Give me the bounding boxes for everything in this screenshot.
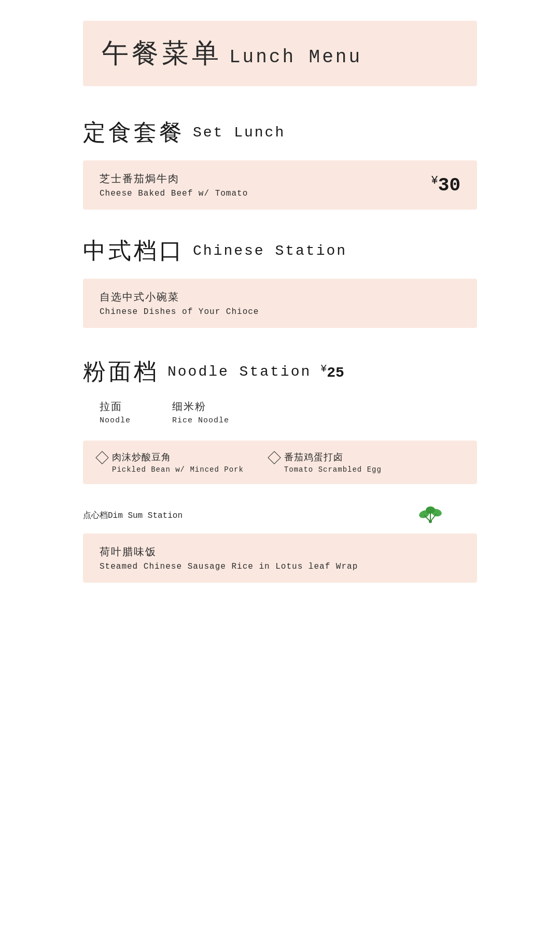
dim-sum-item-en: Steamed Chinese Sausage Rice in Lotus le… [100,562,460,571]
noodle-options: 拉面 Noodle 细米粉 Rice Noodle [100,400,460,425]
set-lunch-item-zh: 芝士番茄焗牛肉 [100,172,248,186]
topping-text-2: 番茄鸡蛋打卤 Tomato Scrambled Egg [284,451,382,474]
header-banner: 午餐菜单Lunch Menu [83,21,477,86]
diamond-icon-1 [95,451,108,464]
set-lunch-heading: 定食套餐 Set Lunch [83,117,477,148]
yen-symbol: ¥ [431,174,438,187]
chinese-station-en: Chinese Station [193,243,347,259]
chinese-station-item-zh: 自选中式小碗菜 [100,290,460,304]
noodle-station-heading: 粉面档 Noodle Station ¥25 [83,356,477,387]
topping-2-en: Tomato Scrambled Egg [284,465,382,474]
noodle-price-badge: ¥25 [320,363,344,381]
chinese-station-item-en: Chinese Dishes of Your Chioce [100,307,460,317]
topping-1-en: Pickled Bean w/ Minced Pork [112,465,244,474]
noodle-station-en: Noodle Station [167,364,311,380]
chinese-station-card: 自选中式小碗菜 Chinese Dishes of Your Chioce [83,279,477,328]
set-lunch-zh: 定食套餐 [83,117,185,148]
topping-1-zh: 肉沫炒酸豆角 [112,451,244,463]
dim-sum-item-zh: 荷叶腊味饭 [100,545,460,559]
noodle-station-section: 粉面档 Noodle Station ¥25 拉面 Noodle 细米粉 Ric… [83,356,477,484]
set-lunch-item-en: Cheese Baked Beef w/ Tomato [100,189,248,198]
noodle-station-zh: 粉面档 [83,356,159,387]
topping-card: 肉沫炒酸豆角 Pickled Bean w/ Minced Pork 番茄鸡蛋打… [83,441,477,484]
chinese-station-section: 中式档口 Chinese Station 自选中式小碗菜 Chinese Dis… [83,236,477,328]
topping-text-1: 肉沫炒酸豆角 Pickled Bean w/ Minced Pork [112,451,244,474]
set-lunch-card: 芝士番茄焗牛肉 Cheese Baked Beef w/ Tomato ¥30 [83,160,477,210]
noodle-rice-en: Rice Noodle [172,416,229,425]
dim-sum-zh: 点心档 [83,510,108,521]
chinese-station-heading: 中式档口 Chinese Station [83,236,477,266]
diamond-icon-2 [268,451,281,464]
chinese-station-zh: 中式档口 [83,236,185,266]
noodle-option-rice: 细米粉 Rice Noodle [172,400,229,425]
set-lunch-price: ¥30 [431,174,460,196]
noodle-rice-zh: 细米粉 [172,400,229,414]
set-lunch-price-value: 30 [438,175,460,196]
noodle-ramen-zh: 拉面 [100,400,131,414]
dim-sum-en: Dim Sum Station [108,511,183,520]
set-lunch-item-text: 芝士番茄焗牛肉 Cheese Baked Beef w/ Tomato [100,172,248,198]
dim-sum-card: 荷叶腊味饭 Steamed Chinese Sausage Rice in Lo… [83,533,477,583]
lotus-icon [415,495,446,528]
set-lunch-section: 定食套餐 Set Lunch 芝士番茄焗牛肉 Cheese Baked Beef… [83,117,477,210]
header-title-zh: 午餐菜单 [102,40,222,71]
topping-2-zh: 番茄鸡蛋打卤 [284,451,382,463]
dim-sum-section: 点心档 Dim Sum Station 荷叶腊味饭 Steamed Chines… [83,510,477,583]
set-lunch-item: 芝士番茄焗牛肉 Cheese Baked Beef w/ Tomato ¥30 [100,172,460,198]
noodle-ramen-en: Noodle [100,416,131,425]
noodle-yen: ¥ [320,363,327,375]
header-title-en: Lunch Menu [229,47,362,68]
noodle-price-value: 25 [327,365,344,381]
noodle-option-ramen: 拉面 Noodle [100,400,131,425]
dim-sum-heading: 点心档 Dim Sum Station [83,510,477,521]
topping-item-1: 肉沫炒酸豆角 Pickled Bean w/ Minced Pork [97,451,244,474]
set-lunch-en: Set Lunch [193,125,285,141]
topping-item-2: 番茄鸡蛋打卤 Tomato Scrambled Egg [270,451,382,474]
